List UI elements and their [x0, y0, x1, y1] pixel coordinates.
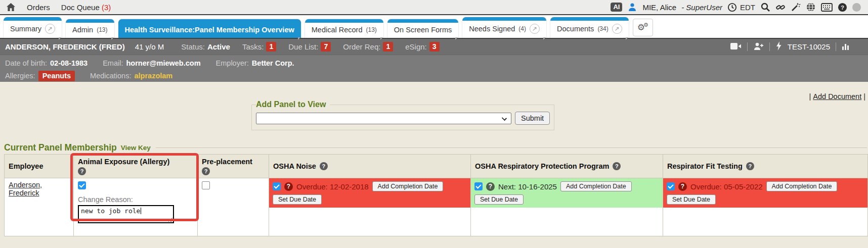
globe-icon[interactable] [806, 2, 816, 12]
set-due-date-button[interactable]: Set Due Date [667, 194, 716, 205]
tab-admin[interactable]: Admin (13) [66, 19, 114, 38]
chevron-down-icon [502, 115, 507, 120]
help-icon[interactable] [320, 162, 328, 170]
home-icon[interactable] [6, 3, 16, 12]
tab-documents[interactable]: Documents (34) [550, 17, 629, 38]
respirator-fit-checkbox[interactable] [667, 182, 675, 190]
user-name[interactable]: MIE, Alice [642, 3, 676, 12]
tab-health-surveillance-panel-membership-overview[interactable]: Health Surveillance:Panel Membership Ove… [118, 19, 301, 38]
ai-badge[interactable]: AI [611, 3, 622, 12]
wand-icon[interactable] [791, 2, 801, 12]
patient-age-sex: 41 y/o M [135, 42, 164, 51]
employer-label: Employer: [216, 57, 249, 70]
add-completion-date-button[interactable]: Add Completion Date [766, 181, 838, 191]
popout-icon[interactable] [530, 24, 540, 34]
tasks-count-badge[interactable]: 1 [266, 42, 276, 52]
help-icon[interactable] [613, 162, 621, 170]
add-completion-date-button[interactable]: Add Completion Date [560, 181, 632, 191]
animal-exposure-cell: Change Reason: new to job role [74, 178, 198, 236]
email-label: Email: [103, 57, 123, 70]
doc-queue-link[interactable]: Doc Queue (3) [61, 3, 111, 12]
employee-cell: Anderson, Frederick [5, 178, 74, 236]
panel-select-dropdown[interactable] [256, 113, 511, 124]
status-help-icon[interactable] [678, 182, 687, 191]
column-header-respirator-fit: Respirator Fit Testing [663, 155, 868, 178]
change-reason-textarea[interactable]: new to job role [78, 205, 174, 223]
order-req-count-badge[interactable]: 1 [383, 42, 393, 52]
add-person-icon[interactable] [753, 42, 764, 52]
status-help-icon[interactable] [284, 182, 293, 191]
patient-details-line-2: Allergies: Peanuts Medications: alprazol… [5, 70, 863, 82]
clock-icon[interactable] [727, 3, 737, 12]
main-content: |Add Document| Add Panel to View Submit … [0, 82, 868, 247]
bar-chart-icon[interactable] [842, 42, 850, 52]
status-help-icon[interactable] [486, 182, 495, 191]
tab-settings-gear-button[interactable] [633, 19, 653, 36]
osha-respiratory-status-band: Next: 10-16-2025 Add Completion Date Set… [471, 178, 663, 208]
help-icon[interactable] [746, 162, 754, 170]
add-completion-date-button[interactable]: Add Completion Date [372, 181, 444, 191]
add-document-link[interactable]: Add Document [813, 92, 861, 101]
allergies-label: Allergies: [5, 70, 35, 82]
video-camera-icon[interactable] [730, 42, 742, 52]
order-req-label: Order Req: [343, 42, 380, 51]
status-label: Next: [498, 182, 516, 191]
doc-queue-count: (3) [102, 3, 111, 12]
osha-noise-status-band: Overdue: 12-02-2018 Add Completion Date … [269, 178, 470, 208]
tab-label: Admin [72, 26, 93, 34]
chart-id: TEST-10025 [788, 42, 830, 51]
osha-noise-checkbox[interactable] [273, 182, 281, 190]
doc-queue-label: Doc Queue [61, 3, 100, 12]
timezone-label: EDT [740, 3, 755, 12]
tab-count: (13) [366, 26, 377, 33]
tab-label: Summary [10, 25, 41, 33]
status-label: Overdue: [690, 182, 722, 191]
osha-respiratory-cell: Next: 10-16-2025 Add Completion Date Set… [471, 178, 663, 236]
lightning-bolt-icon[interactable] [775, 41, 782, 52]
orders-link[interactable]: Orders [27, 3, 50, 12]
pipe: | [863, 92, 865, 101]
tab-label: Documents [557, 25, 594, 33]
set-due-date-button[interactable]: Set Due Date [474, 194, 524, 205]
text-cursor [141, 208, 141, 214]
tab-label: Needs Signed [469, 25, 515, 33]
submit-button[interactable]: Submit [515, 112, 550, 125]
due-list-count-badge[interactable]: 7 [321, 42, 331, 52]
column-title: Animal Exposure (Allergy) [78, 158, 193, 166]
section-title: Current Panel Membership [4, 142, 117, 153]
help-icon[interactable]: ? [838, 3, 847, 12]
popout-icon[interactable] [45, 24, 55, 34]
osha-respiratory-checkbox[interactable] [474, 182, 483, 190]
pipe: | [809, 92, 811, 101]
patient-name: ANDERSON, FREDERICK (FRED) [5, 42, 125, 51]
animal-exposure-checkbox[interactable] [78, 181, 86, 189]
current-panel-membership-section: Current Panel Membership View Key Employ… [4, 142, 868, 236]
tab-needs-signed[interactable]: Needs Signed (4) [462, 17, 546, 38]
tab-medical-record[interactable]: Medical Record (13) [305, 19, 383, 38]
tab-summary[interactable]: Summary [4, 17, 62, 38]
tab-on-screen-forms[interactable]: On Screen Forms [387, 19, 458, 38]
search-icon[interactable] [760, 2, 770, 12]
keyboard-icon[interactable] [821, 3, 833, 12]
set-due-date-button[interactable]: Set Due Date [273, 194, 322, 205]
user-role: - SuperUser [681, 3, 722, 12]
employee-link[interactable]: Anderson, Frederick [9, 181, 42, 197]
help-icon[interactable] [78, 167, 86, 175]
esign-count-badge[interactable]: 3 [429, 42, 440, 52]
svg-text:?: ? [841, 4, 844, 10]
link-icon[interactable] [775, 2, 786, 12]
allergy-badge[interactable]: Peanuts [38, 71, 75, 81]
popout-icon[interactable] [612, 24, 622, 34]
view-key-link[interactable]: View Key [121, 144, 151, 152]
medication-value[interactable]: alprazolam [134, 70, 172, 82]
pre-placement-checkbox[interactable] [202, 181, 210, 189]
resize-grip[interactable] [167, 217, 172, 222]
column-header-osha-noise: OSHA Noise [269, 155, 471, 178]
top-navigation-bar: Orders Doc Queue (3) AI MIE, Alice - Sup… [0, 0, 868, 15]
change-reason-text: new to job role [81, 207, 140, 215]
osha-noise-cell: Overdue: 12-02-2018 Add Completion Date … [269, 178, 471, 236]
status-dot-icon [852, 3, 861, 12]
status-date: 05-05-2022 [724, 182, 763, 191]
status-date: 10-16-2025 [518, 182, 557, 191]
help-icon[interactable] [202, 167, 210, 175]
